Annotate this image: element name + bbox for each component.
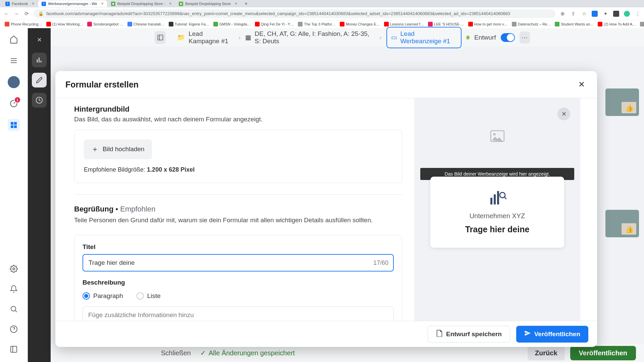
extension-icons: ⊕ ⇪ ☆ ✦ ⋮ [559,11,641,17]
panel-icon[interactable] [155,31,166,44]
menu-icon[interactable] [8,55,20,67]
ad-thumb[interactable] [605,210,639,237]
help-icon[interactable] [8,323,20,335]
publish-button[interactable]: Veröffentlichen [570,346,636,360]
preview-close-icon[interactable]: ✕ [557,108,570,120]
saved-status: ✓ Alle Änderungen gespeichert [200,349,295,357]
bookmark-item[interactable]: How to get more v… [467,21,509,27]
file-icon [436,329,443,339]
svg-rect-7 [14,125,17,128]
settings-icon[interactable] [8,263,20,275]
tab-close-icon[interactable]: × [235,1,237,6]
bookmark-item[interactable]: Money Changes E… [338,21,381,27]
avatar-icon[interactable] [8,76,20,88]
ad-preview-thumbs [605,88,639,237]
svg-rect-17 [41,61,42,63]
ad-toggle[interactable] [501,33,515,42]
nav-back-icon[interactable]: ← [3,11,9,17]
profile-avatar-icon[interactable] [624,11,630,17]
bookmark-item[interactable]: Datenschutz – Re… [511,21,552,27]
radio-paragraph[interactable]: Paragraph [83,292,123,300]
edit-icon[interactable] [32,73,47,87]
breadcrumb-campaign[interactable]: 📁 Lead Kampagne #1 › [177,30,240,45]
tab-close-icon[interactable]: × [32,1,34,6]
radio-list[interactable]: Liste [137,292,161,300]
bookmark-item[interactable]: GMSN - Vologda… [212,21,252,27]
bell-icon[interactable] [8,283,20,295]
editor-toolbar: ✕ [28,28,51,362]
ad-thumb[interactable] [605,88,639,116]
tab-title: Facebook [12,2,28,6]
title-input[interactable] [83,254,394,272]
browser-tab[interactable]: f Facebook × [2,0,38,7]
editor-close-icon[interactable]: ✕ [32,33,47,47]
browser-tab[interactable]: ◆ Beispiel Dropshipping Store - × [108,0,175,7]
modal-close-icon[interactable]: ✕ [576,79,587,90]
chevron-right-icon: › [238,34,240,41]
ad-icon: ▭ [391,34,397,41]
bookmark-item[interactable]: Lessons Learned f… [383,21,426,27]
close-button[interactable]: Schließen [161,349,191,357]
back-button[interactable]: Zurück [528,346,565,360]
chevron-right-icon: › [379,34,381,41]
save-draft-button[interactable]: Entwurf speichern [428,326,510,343]
description-type-radios: Paragraph Liste [83,292,394,300]
gauge-icon[interactable]: 1 [8,98,20,110]
extension-icon[interactable] [613,11,619,17]
table-icon[interactable] [8,119,20,131]
tab-close-icon[interactable]: × [101,1,104,6]
svg-rect-13 [11,346,17,352]
modal-footer: Entwurf speichern Veröffentlichen [55,321,597,347]
chart-icon[interactable] [32,53,47,67]
menu-icon[interactable]: ⋮ [635,11,641,17]
svg-point-26 [500,192,505,198]
search-icon[interactable] [8,303,20,315]
nav-reload-icon[interactable]: ⟳ [23,11,30,17]
bookmark-item[interactable]: Qing Fei De Yi - Y… [254,21,296,27]
bookmark-star-icon[interactable]: ☆ [581,11,587,17]
browser-tab[interactable]: ◆ Beispiel Dropshipping Store × [175,0,240,7]
url-input[interactable]: 🔒 facebook.com/adsmanager/manage/ads/edi… [34,9,555,18]
bookmark-item[interactable]: (1) How Working… [45,21,85,27]
bookmark-item[interactable]: Download - Cooki… [639,21,644,27]
tab-close-icon[interactable]: × [169,1,171,6]
company-logo-icon [488,189,506,207]
collapse-icon[interactable] [8,343,20,355]
extension-icon[interactable] [592,11,598,17]
share-icon[interactable]: ⇪ [570,11,576,17]
bookmark-item[interactable]: LEE 'S HOUSE·… [427,21,466,27]
section-desc-bg: Das Bild, das du auswählst, wird nach de… [74,116,402,123]
breadcrumb-adset[interactable]: ▦ DE, CH, AT, G: Alle, I: Fashion, A: 25… [245,30,381,45]
svg-point-8 [13,268,15,270]
browser-tab[interactable]: f Werbeanzeigenmanager - We × [38,0,107,7]
history-icon[interactable] [32,93,47,108]
bookmark-item[interactable]: Chinese translati… [126,21,166,27]
favicon-icon: f [42,2,46,6]
more-options-icon[interactable]: ⋯ [520,32,530,44]
breadcrumb-ad[interactable]: ▭ Lead Werbeanzeige #1 [386,27,462,48]
zoom-icon[interactable]: ⊕ [559,11,566,17]
publish-form-button[interactable]: Veröffentlichen [516,326,588,343]
nav-forward-icon[interactable]: → [13,11,19,17]
tab-bar: f Facebook × f Werbeanzeigenmanager - We… [0,0,644,7]
form-column[interactable]: Hintergrundbild Das Bild, das du auswähl… [55,98,414,321]
bookmark-item[interactable]: Sonderangebot … [86,21,124,27]
notification-badge: 1 [14,97,21,103]
upload-image-button[interactable]: ＋ Bild hochladen [84,139,152,159]
home-icon[interactable] [8,33,20,45]
breadcrumb-bar: 📁 Lead Kampagne #1 › ▦ DE, CH, AT, G: Al… [51,28,644,47]
extra-info-input[interactable] [83,306,394,321]
bookmark-item[interactable]: (2) How To Add A… [596,21,637,27]
lock-icon: 🔒 [38,11,44,16]
greeting-field-card: Titel 17/60 Beschreibung Paragraph [74,235,402,321]
extensions-icon[interactable]: ✦ [602,11,608,17]
bookmark-item[interactable]: Student Wants an… [553,21,595,27]
modal-header: Formular erstellen ✕ [55,71,597,98]
preview-image-placeholder [420,104,574,168]
new-tab-button[interactable]: + [241,1,251,7]
bookmark-item[interactable]: Phone Recycling… [3,21,44,27]
bookmark-item[interactable]: The Top 3 Platfor… [297,21,337,27]
bookmark-item[interactable]: Tutorial: Eigene Fa… [167,21,211,27]
plus-icon: ＋ [91,144,99,154]
svg-point-22 [493,133,495,135]
